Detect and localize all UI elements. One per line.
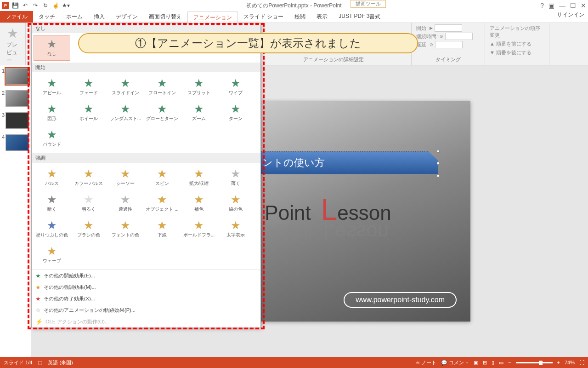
tab-slideshow[interactable]: スライド ショー — [238, 11, 289, 23]
anim-entrance-item[interactable]: ★図形 — [34, 100, 70, 126]
star-icon: ★ — [194, 220, 204, 231]
star-icon: ★ — [47, 246, 57, 257]
anim-entrance-item[interactable]: ★グローとターン — [144, 100, 181, 126]
anim-emphasis-item[interactable]: ★ウェーブ — [34, 242, 70, 268]
window-title: 初めてのPowerPoint.pptx - PowerPoint — [246, 2, 341, 10]
anim-entrance-item[interactable]: ★ランダムスト... — [107, 100, 144, 126]
tab-view[interactable]: 表示 — [311, 11, 333, 23]
zoom-out-icon[interactable]: − — [508, 360, 511, 365]
notes-button[interactable]: ≐ ノート — [416, 359, 436, 366]
star-icon: ★ — [120, 104, 130, 115]
star-icon: ★ — [194, 194, 204, 205]
start-input[interactable] — [435, 24, 462, 32]
thumb-4[interactable]: 4 — [0, 132, 31, 154]
thumb-1[interactable]: 1 — [0, 65, 31, 87]
anim-emphasis-item[interactable]: ★パルス — [34, 165, 70, 190]
tab-insert[interactable]: 挿入 — [88, 11, 110, 23]
star-icon: ★ — [47, 78, 57, 89]
anim-emphasis-item[interactable]: ★スピン — [144, 165, 181, 190]
zoom-level[interactable]: 74% — [565, 360, 575, 365]
anim-emphasis-item[interactable]: ★線の色 — [217, 190, 254, 216]
anim-emphasis-item[interactable]: ★明るく — [70, 190, 107, 216]
anim-emphasis-item[interactable]: ★ボールドフラ... — [181, 216, 217, 242]
zoom-in-icon[interactable]: + — [557, 360, 560, 365]
touch-icon[interactable]: ☝ — [51, 1, 60, 10]
tab-home[interactable]: ホーム — [61, 11, 88, 23]
save-icon[interactable]: 💾 — [11, 1, 19, 10]
star-icon: ★ — [120, 168, 130, 179]
thumb-2[interactable]: 2 — [0, 87, 31, 109]
slide-url[interactable]: www.powerpoint-study.com — [344, 292, 457, 308]
anim-entrance-item[interactable]: ★スプリット — [181, 74, 217, 100]
tab-touch[interactable]: タッチ — [33, 11, 61, 23]
tab-review[interactable]: 校閲 — [289, 11, 311, 23]
comments-button[interactable]: 💬 コメント — [441, 359, 469, 366]
anim-entrance-item[interactable]: ★ズーム — [181, 100, 217, 126]
anim-none[interactable]: ★なし — [34, 35, 70, 61]
ribbon-tabs: ファイル タッチ ホーム 挿入 デザイン 画面切り替え アニメーション スライド… — [0, 11, 588, 23]
zoom-slider[interactable] — [516, 362, 553, 363]
animation-gallery: なし ★なし 開始 ★アピール★フェード★スライドイン★フロートイン★スプリット… — [31, 23, 261, 328]
preview-button[interactable]: ★ プレビュー ▾ — [3, 24, 23, 71]
anim-entrance-item[interactable]: ★フロートイン — [144, 74, 181, 100]
star-icon: ★ — [84, 104, 94, 115]
undo-icon[interactable]: ↶ — [21, 1, 29, 10]
tab-animations[interactable]: アニメーション — [187, 12, 238, 23]
maximize-icon[interactable]: ☐ — [570, 2, 576, 9]
anim-entrance-item[interactable]: ★ターン — [217, 100, 254, 126]
star-icon: ★ — [120, 194, 130, 205]
tab-transitions[interactable]: 画面切り替え — [143, 11, 187, 23]
reading-view-icon[interactable]: ▯ — [492, 360, 494, 366]
minimize-icon[interactable]: — — [559, 2, 565, 9]
normal-view-icon[interactable]: ▣ — [474, 360, 478, 366]
star-icon: ★ — [157, 168, 167, 179]
more-entrance-effects[interactable]: ★その他の開始効果(E)... — [32, 270, 260, 282]
ribbon-options-icon[interactable]: ▣ — [548, 2, 554, 9]
anim-emphasis-item[interactable]: ★カラー パルス — [70, 165, 107, 190]
star-icon: ★ — [84, 168, 94, 179]
sorter-view-icon[interactable]: ⊞ — [483, 360, 487, 366]
anim-emphasis-item[interactable]: ★オブジェクト ... — [144, 190, 181, 216]
tab-design[interactable]: デザイン — [110, 11, 143, 23]
anim-emphasis-item[interactable]: ★ブラシの色 — [70, 216, 107, 242]
duration-input[interactable] — [445, 33, 473, 40]
anim-entrance-item[interactable]: ★ホイール — [70, 100, 107, 126]
anim-entrance-item[interactable]: ★ワイプ — [217, 74, 254, 100]
signin-link[interactable]: サインイン — [557, 11, 584, 19]
anim-entrance-item[interactable]: ★フェード — [70, 74, 107, 100]
anim-emphasis-item[interactable]: ★薄く — [217, 165, 254, 190]
anim-emphasis-item[interactable]: ★拡大/収縮 — [181, 165, 217, 190]
move-later[interactable]: ▼ 順番を後にする — [488, 48, 546, 57]
more-exit-effects[interactable]: ★その他の終了効果(X)... — [32, 293, 260, 305]
fit-to-window-icon[interactable]: ⛶ — [579, 360, 584, 365]
close-icon[interactable]: ✕ — [581, 2, 586, 9]
anim-emphasis-item[interactable]: ★補色 — [181, 190, 217, 216]
anim-emphasis-item[interactable]: ★塗りつぶしの色 — [34, 216, 70, 242]
tab-file[interactable]: ファイル — [0, 11, 33, 23]
move-earlier[interactable]: ▲ 順番を前にする — [488, 40, 546, 48]
star-icon[interactable]: ★▾ — [62, 1, 70, 10]
anim-entrance-item[interactable]: ★スライドイン — [107, 74, 144, 100]
redo-icon[interactable]: ↷ — [31, 1, 40, 10]
thumb-3[interactable]: 3 — [0, 109, 31, 132]
star-icon: ★ — [84, 78, 94, 89]
repeat-icon[interactable]: ↻ — [41, 1, 50, 10]
slideshow-view-icon[interactable]: ▭ — [499, 360, 503, 366]
anim-entrance-item[interactable]: ★アピール — [34, 74, 70, 100]
anim-emphasis-item[interactable]: ★下線 — [144, 216, 181, 242]
anim-emphasis-item[interactable]: ★太字表示 — [217, 216, 254, 242]
spell-icon[interactable]: ⬚ — [38, 360, 42, 366]
tab-format[interactable]: 書式 — [364, 11, 386, 23]
anim-emphasis-item[interactable]: ★透過性 — [107, 190, 144, 216]
anim-emphasis-item[interactable]: ★シーソー — [107, 165, 144, 190]
help-icon[interactable]: ? — [540, 2, 544, 9]
anim-entrance-item[interactable]: ★バウンド — [34, 126, 70, 151]
language-indicator[interactable]: 英語 (米国) — [48, 359, 73, 366]
slide-counter[interactable]: スライド 1/4 — [4, 359, 32, 366]
delay-input[interactable] — [435, 41, 463, 48]
star-icon: ★ — [47, 168, 57, 179]
anim-emphasis-item[interactable]: ★暗く — [34, 190, 70, 216]
more-emphasis-effects[interactable]: ★その他の強調効果(M)... — [32, 282, 260, 293]
more-motion-paths[interactable]: ☆その他のアニメーションの軌跡効果(P)... — [32, 305, 260, 316]
anim-emphasis-item[interactable]: ★フォントの色 — [107, 216, 144, 242]
